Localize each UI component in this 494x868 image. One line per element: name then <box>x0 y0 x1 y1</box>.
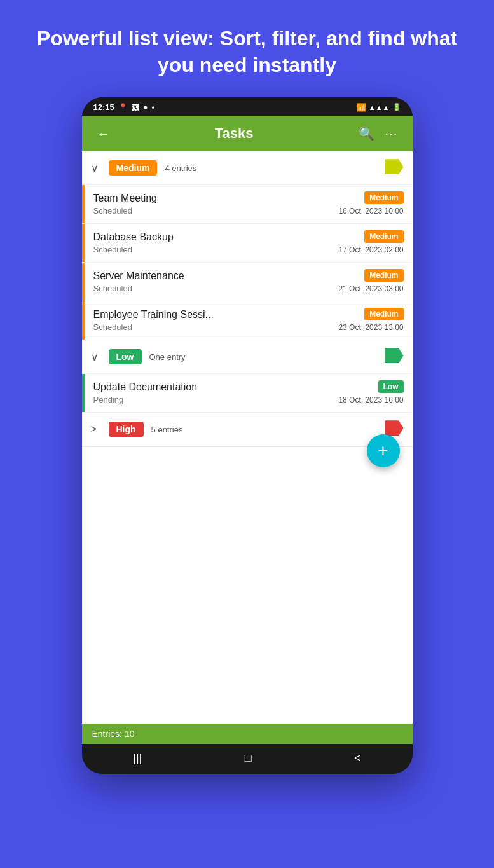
hero-section: Powerful list view: Sort, filter, and fi… <box>0 0 494 97</box>
task-date: 16 Oct. 2023 10:00 <box>338 207 403 216</box>
entries-label: Entries: 10 <box>92 729 135 739</box>
task-row[interactable]: Database Backup Scheduled Medium 17 Oct.… <box>82 224 413 263</box>
chevron-low-icon: ∨ <box>91 351 102 363</box>
task-title: Update Documentation <box>93 382 321 393</box>
more-button[interactable]: ⋯ <box>380 123 402 144</box>
android-nav-bar: ||| □ < <box>82 744 413 774</box>
task-status: Scheduled <box>93 206 321 216</box>
priority-medium-badge: Medium <box>109 160 158 176</box>
task-date: 23 Oct. 2023 13:00 <box>338 323 403 332</box>
task-meta: Medium 17 Oct. 2023 02:00 <box>329 224 412 262</box>
task-title: Server Maintenance <box>93 270 321 282</box>
task-priority-badge: Medium <box>364 269 403 282</box>
task-content: Employee Training Sessi... Scheduled <box>85 301 330 340</box>
task-date: 18 Oct. 2023 16:00 <box>338 396 403 404</box>
task-row[interactable]: Team Meeting Scheduled Medium 16 Oct. 20… <box>82 185 413 224</box>
phone-mockup: 12:15 📍 🖼 ● • 📶 ▲▲▲ 🔋 ← Tasks 🔍 ⋯ ∨ Medi… <box>82 97 413 774</box>
task-priority-badge: Low <box>378 380 404 393</box>
medium-entries-count: 4 entries <box>165 163 196 173</box>
status-right: 📶 ▲▲▲ 🔋 <box>357 103 401 112</box>
status-left: 12:15 📍 🖼 ● • <box>93 102 155 112</box>
location-icon: 📍 <box>118 103 128 112</box>
task-priority-badge: Medium <box>364 191 403 204</box>
high-arrow-icon <box>385 420 404 436</box>
task-meta: Medium 21 Oct. 2023 03:00 <box>329 263 412 301</box>
status-bar: 12:15 📍 🖼 ● • 📶 ▲▲▲ 🔋 <box>82 97 413 116</box>
task-content: Update Documentation Pending <box>85 374 330 412</box>
signal-icon: ▲▲▲ <box>369 104 390 111</box>
group-high-header[interactable]: > High 5 entries <box>82 413 413 446</box>
task-status: Pending <box>93 395 321 404</box>
task-content: Team Meeting Scheduled <box>85 185 330 223</box>
task-title: Employee Training Sessi... <box>93 309 321 320</box>
photo-icon: 🖼 <box>132 103 139 112</box>
task-status: Scheduled <box>93 284 321 293</box>
android-menu-button[interactable]: ||| <box>133 752 142 765</box>
hero-title: Powerful list view: Sort, filter, and fi… <box>25 25 469 78</box>
dot-icon: ● <box>143 102 148 112</box>
fab-container: + <box>82 447 413 485</box>
task-status: Scheduled <box>93 245 321 254</box>
task-content: Database Backup Scheduled <box>85 224 330 262</box>
task-priority-badge: Medium <box>364 308 403 320</box>
priority-high-badge: High <box>109 422 144 437</box>
priority-low-badge: Low <box>109 349 142 364</box>
group-low-header[interactable]: ∨ Low One entry <box>82 340 413 374</box>
task-content: Server Maintenance Scheduled <box>85 263 330 301</box>
status-time: 12:15 <box>93 102 114 112</box>
battery-icon: 🔋 <box>392 103 401 111</box>
medium-arrow-icon <box>385 159 404 174</box>
task-row[interactable]: Employee Training Sessi... Scheduled Med… <box>82 301 413 340</box>
search-button[interactable]: 🔍 <box>353 123 380 144</box>
task-title: Team Meeting <box>93 193 321 204</box>
task-date: 17 Oct. 2023 02:00 <box>338 245 403 254</box>
low-arrow-icon <box>385 348 404 363</box>
task-date: 21 Oct. 2023 03:00 <box>338 284 403 293</box>
android-home-button[interactable]: □ <box>245 752 252 765</box>
task-meta: Medium 23 Oct. 2023 13:00 <box>329 301 412 340</box>
content-area: ∨ Medium 4 entries Team Meeting Schedule… <box>82 151 413 724</box>
task-row[interactable]: Server Maintenance Scheduled Medium 21 O… <box>82 263 413 301</box>
low-arrow <box>385 348 404 366</box>
chevron-high-icon: > <box>91 424 102 435</box>
task-title: Database Backup <box>93 231 321 243</box>
group-medium-header[interactable]: ∨ Medium 4 entries <box>82 151 413 185</box>
task-row[interactable]: Update Documentation Pending Low 18 Oct.… <box>82 374 413 413</box>
add-button[interactable]: + <box>367 434 400 467</box>
task-meta: Medium 16 Oct. 2023 10:00 <box>329 185 412 223</box>
low-entries-count: One entry <box>149 352 186 362</box>
medium-arrow <box>385 159 404 177</box>
wifi-icon: 📶 <box>357 103 366 112</box>
hero-title-bold: Powerful list view <box>37 27 208 50</box>
app-title: Tasks <box>115 125 353 142</box>
task-status: Scheduled <box>93 322 321 332</box>
high-entries-count: 5 entries <box>151 425 183 434</box>
back-button[interactable]: ← <box>92 124 115 144</box>
task-priority-badge: Medium <box>364 230 403 243</box>
dot2-icon: • <box>152 102 155 112</box>
task-meta: Low 18 Oct. 2023 16:00 <box>329 374 412 412</box>
entries-footer: Entries: 10 <box>82 724 413 744</box>
android-back-button[interactable]: < <box>354 752 361 765</box>
chevron-medium-icon: ∨ <box>91 162 102 174</box>
app-bar: ← Tasks 🔍 ⋯ <box>82 116 413 151</box>
